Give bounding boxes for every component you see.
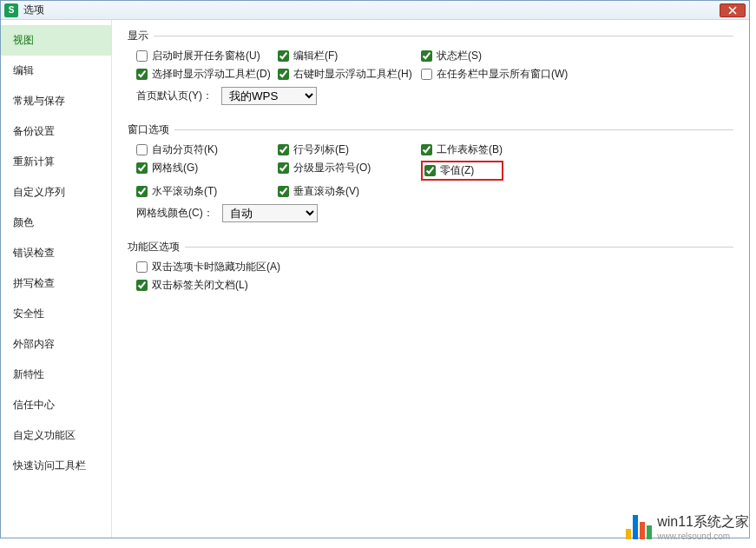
divider <box>174 129 733 130</box>
sidebar-item[interactable]: 重新计算 <box>1 147 111 177</box>
group-window-options: 窗口选项 自动分页符(K) 行号列标(E) 工作表标签(B) 网格线(G) 分级… <box>128 122 733 231</box>
titlebar: S 选项 <box>1 1 749 20</box>
checkbox-input[interactable] <box>136 50 148 62</box>
sidebar-item[interactable]: 拼写检查 <box>1 268 111 299</box>
select-home-tab[interactable]: 我的WPS <box>221 87 317 105</box>
checkbox-input[interactable] <box>278 162 289 174</box>
highlight-zero-values: 零值(Z) <box>421 161 503 181</box>
checkbox-input[interactable] <box>278 144 289 155</box>
checkbox-input[interactable] <box>421 50 432 62</box>
checkbox-input[interactable] <box>136 261 148 273</box>
group-ribbon-legend: 功能区选项 <box>128 240 180 254</box>
sidebar-item[interactable]: 快速访问工具栏 <box>1 451 111 481</box>
checkbox-vscroll[interactable]: 垂直滚动条(V) <box>278 184 421 199</box>
sidebar-item[interactable]: 颜色 <box>1 208 111 238</box>
label-grid-color: 网格线颜色(C)： <box>136 206 214 221</box>
sidebar-item[interactable]: 信任中心 <box>1 390 111 420</box>
sidebar-item[interactable]: 常规与保存 <box>1 86 111 116</box>
sidebar-item[interactable]: 错误检查 <box>1 238 111 268</box>
checkbox-row-col-headers[interactable]: 行号列标(E) <box>278 142 421 157</box>
sidebar-item[interactable]: 安全性 <box>1 299 111 329</box>
checkbox-show-all-in-taskbar[interactable]: 在任务栏中显示所有窗口(W) <box>421 67 560 82</box>
close-icon <box>728 6 737 15</box>
checkbox-gridlines[interactable]: 网格线(G) <box>136 161 278 175</box>
checkbox-rclick-float-toolbar[interactable]: 右键时显示浮动工具栏(H) <box>278 67 421 82</box>
options-dialog: S 选项 视图编辑常规与保存备份设置重新计算自定义序列颜色错误检查拼写检查安全性… <box>0 0 750 538</box>
checkbox-input[interactable] <box>136 280 148 291</box>
checkbox-input[interactable] <box>421 69 432 80</box>
window-title: 选项 <box>23 3 720 17</box>
checkbox-dblclick-hide-ribbon[interactable]: 双击选项卡时隐藏功能区(A) <box>136 260 280 274</box>
sidebar: 视图编辑常规与保存备份设置重新计算自定义序列颜色错误检查拼写检查安全性外部内容新… <box>1 20 112 538</box>
checkbox-input[interactable] <box>424 165 436 176</box>
checkbox-input[interactable] <box>278 69 289 80</box>
select-grid-color[interactable]: 自动 <box>222 204 318 222</box>
checkbox-startup-taskpane[interactable]: 启动时展开任务窗格(U) <box>136 49 278 63</box>
sidebar-item[interactable]: 备份设置 <box>1 116 111 147</box>
checkbox-dblclick-close-doc[interactable]: 双击标签关闭文档(L) <box>136 278 248 293</box>
sidebar-item[interactable]: 外部内容 <box>1 329 111 360</box>
close-button[interactable] <box>720 3 746 17</box>
group-display-legend: 显示 <box>128 29 148 43</box>
label-home-tab: 首页默认页(Y)： <box>136 89 213 103</box>
checkbox-input[interactable] <box>421 144 432 155</box>
app-icon: S <box>4 3 18 17</box>
checkbox-input[interactable] <box>136 69 148 80</box>
sidebar-item[interactable]: 自定义序列 <box>1 177 111 208</box>
group-window-legend: 窗口选项 <box>128 122 169 137</box>
checkbox-hscroll[interactable]: 水平滚动条(T) <box>136 184 278 199</box>
checkbox-show-float-toolbar[interactable]: 选择时显示浮动工具栏(D) <box>136 67 278 82</box>
divider <box>185 247 733 248</box>
checkbox-input[interactable] <box>136 162 148 174</box>
checkbox-input[interactable] <box>136 186 148 197</box>
checkbox-formula-bar[interactable]: 编辑栏(F) <box>278 49 421 63</box>
checkbox-sheet-tabs[interactable]: 工作表标签(B) <box>421 142 560 157</box>
checkbox-auto-pagebreak[interactable]: 自动分页符(K) <box>136 142 278 157</box>
sidebar-item[interactable]: 新特性 <box>1 360 111 390</box>
checkbox-outline-symbols[interactable]: 分级显示符号(O) <box>278 161 421 175</box>
sidebar-item[interactable]: 编辑 <box>1 56 111 86</box>
sidebar-item[interactable]: 自定义功能区 <box>1 420 111 451</box>
checkbox-input[interactable] <box>278 186 289 197</box>
checkbox-input[interactable] <box>278 50 289 62</box>
checkbox-zero-values[interactable]: 零值(Z) <box>424 163 474 178</box>
group-ribbon: 功能区选项 双击选项卡时隐藏功能区(A) 双击标签关闭文档(L) <box>128 240 733 296</box>
content-panel: 显示 启动时展开任务窗格(U) 编辑栏(F) 状态栏(S) 选择时显示浮动工具栏… <box>112 20 749 538</box>
sidebar-item[interactable]: 视图 <box>1 25 111 56</box>
checkbox-input[interactable] <box>136 144 148 155</box>
group-display: 显示 启动时展开任务窗格(U) 编辑栏(F) 状态栏(S) 选择时显示浮动工具栏… <box>128 29 733 114</box>
divider <box>154 36 733 36</box>
checkbox-status-bar[interactable]: 状态栏(S) <box>421 49 560 63</box>
